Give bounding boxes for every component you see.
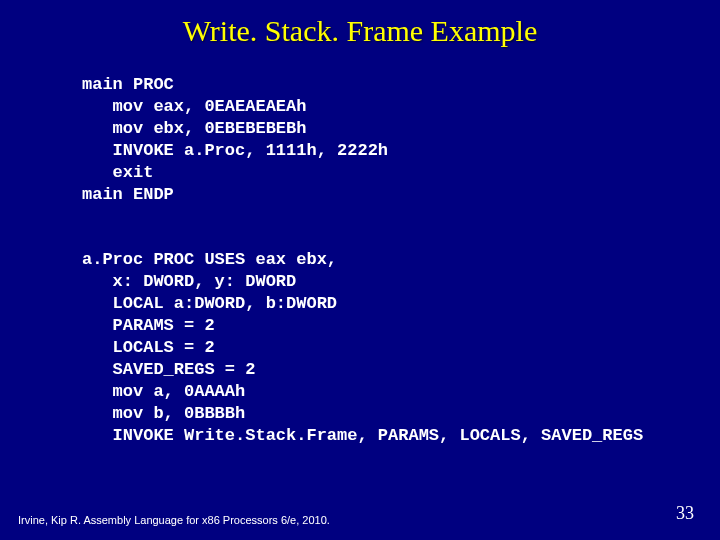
code-block-aproc: a.Proc PROC USES eax ebx, x: DWORD, y: D… (0, 207, 720, 448)
footer-citation: Irvine, Kip R. Assembly Language for x86… (18, 514, 330, 526)
slide-title: Write. Stack. Frame Example (0, 0, 720, 56)
code-block-main: main PROC mov eax, 0EAEAEAEAh mov ebx, 0… (0, 56, 720, 207)
page-number: 33 (676, 503, 694, 524)
